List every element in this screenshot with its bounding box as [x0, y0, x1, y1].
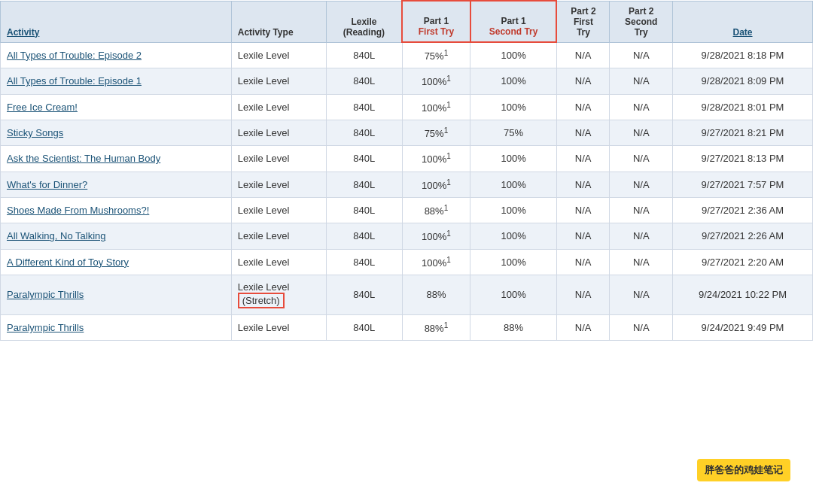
lexile-cell: 840L [326, 249, 402, 275]
date-cell: 9/27/2021 2:20 AM [673, 249, 813, 275]
table-row: Sticky SongsLexile Level840L75%175%N/AN/… [1, 120, 813, 145]
activity-cell[interactable]: Shoes Made From Mushrooms?! [1, 197, 232, 223]
lexile-cell: 840L [326, 275, 402, 314]
activity-link[interactable]: Paralympic Thrills [7, 289, 84, 300]
activity-type-cell: Lexile Level [231, 68, 326, 94]
activity-link[interactable]: Free Ice Cream! [7, 102, 78, 113]
part2-first-cell: N/A [556, 120, 610, 145]
col-header-part2-second: Part 2SecondTry [610, 1, 673, 42]
part2-second-cell: N/A [610, 275, 673, 314]
activity-cell[interactable]: Paralympic Thrills [1, 314, 232, 340]
part2-first-cell: N/A [556, 223, 610, 249]
lexile-cell: 840L [326, 68, 402, 94]
date-cell: 9/24/2021 10:22 PM [673, 275, 813, 314]
activity-link[interactable]: All Walking, No Talking [7, 230, 106, 241]
part2-second-cell: N/A [610, 249, 673, 275]
activity-link[interactable]: Ask the Scientist: The Human Body [7, 153, 160, 164]
col-header-activity[interactable]: Activity [1, 1, 232, 42]
part2-first-cell: N/A [556, 314, 610, 340]
date-cell: 9/28/2021 8:18 PM [673, 42, 813, 68]
col-header-activity-type: Activity Type [231, 1, 326, 42]
part1-second-cell: 100% [470, 146, 557, 172]
date-cell: 9/27/2021 2:26 AM [673, 223, 813, 249]
part2-first-cell: N/A [556, 146, 610, 172]
activity-cell[interactable]: A Different Kind of Toy Story [1, 249, 232, 275]
table-row: All Types of Trouble: Episode 1Lexile Le… [1, 68, 813, 94]
part1-first-cell: 88%1 [402, 314, 470, 340]
lexile-cell: 840L [326, 42, 402, 68]
part2-second-cell: N/A [610, 172, 673, 197]
part2-second-cell: N/A [610, 42, 673, 68]
table-row: Shoes Made From Mushrooms?!Lexile Level8… [1, 197, 813, 223]
table-row: Ask the Scientist: The Human BodyLexile … [1, 146, 813, 172]
activity-cell[interactable]: What's for Dinner? [1, 172, 232, 197]
activity-cell[interactable]: Ask the Scientist: The Human Body [1, 146, 232, 172]
col-header-date[interactable]: Date [673, 1, 813, 42]
part1-first-cell: 100%1 [402, 146, 470, 172]
date-cell: 9/27/2021 2:36 AM [673, 197, 813, 223]
activity-link[interactable]: What's for Dinner? [7, 179, 87, 190]
lexile-cell: 840L [326, 172, 402, 197]
part2-second-cell: N/A [610, 94, 673, 120]
activity-link[interactable]: All Types of Trouble: Episode 2 [7, 50, 142, 61]
part1-first-cell: 100%1 [402, 223, 470, 249]
part2-second-cell: N/A [610, 120, 673, 145]
part2-first-cell: N/A [556, 172, 610, 197]
activity-type-cell: Lexile Level [231, 146, 326, 172]
part1-second-cell: 100% [470, 249, 557, 275]
date-sort-link[interactable]: Date [733, 27, 753, 38]
activity-sort-link[interactable]: Activity [7, 27, 39, 38]
table-row: A Different Kind of Toy StoryLexile Leve… [1, 249, 813, 275]
part1-second-cell: 100% [470, 94, 557, 120]
date-cell: 9/27/2021 8:21 PM [673, 120, 813, 145]
activity-link[interactable]: A Different Kind of Toy Story [7, 257, 129, 268]
activity-cell[interactable]: All Types of Trouble: Episode 1 [1, 68, 232, 94]
activity-cell[interactable]: Sticky Songs [1, 120, 232, 145]
stretch-badge: (Stretch) [238, 293, 285, 308]
table-row: Paralympic ThrillsLexile Level(Stretch)8… [1, 275, 813, 314]
lexile-cell: 840L [326, 94, 402, 120]
table-row: All Walking, No TalkingLexile Level840L1… [1, 223, 813, 249]
table-row: Paralympic ThrillsLexile Level840L88%188… [1, 314, 813, 340]
part1-first-cell: 100%1 [402, 94, 470, 120]
activity-cell[interactable]: All Types of Trouble: Episode 2 [1, 42, 232, 68]
lexile-cell: 840L [326, 146, 402, 172]
part1-first-cell: 100%1 [402, 249, 470, 275]
date-cell: 9/27/2021 8:13 PM [673, 146, 813, 172]
part2-second-cell: N/A [610, 197, 673, 223]
activity-cell[interactable]: All Walking, No Talking [1, 223, 232, 249]
part1-second-cell: 100% [470, 197, 557, 223]
part2-first-cell: N/A [556, 249, 610, 275]
part2-first-cell: N/A [556, 68, 610, 94]
part2-second-cell: N/A [610, 314, 673, 340]
part1-second-cell: 100% [470, 172, 557, 197]
col-header-part1-first: Part 1First Try [402, 1, 470, 42]
activity-link[interactable]: Sticky Songs [7, 127, 63, 138]
col-header-lexile: Lexile(Reading) [326, 1, 402, 42]
activity-type-cell: Lexile Level [231, 172, 326, 197]
part1-first-cell: 75%1 [402, 42, 470, 68]
part2-first-cell: N/A [556, 275, 610, 314]
activity-link[interactable]: All Types of Trouble: Episode 1 [7, 75, 142, 87]
part1-second-cell: 100% [470, 42, 557, 68]
activity-type-cell: Lexile Level [231, 249, 326, 275]
activity-link[interactable]: Paralympic Thrills [7, 322, 84, 333]
col-header-part2-first: Part 2FirstTry [556, 1, 610, 42]
date-cell: 9/24/2021 9:49 PM [673, 314, 813, 340]
table-row: What's for Dinner?Lexile Level840L100%11… [1, 172, 813, 197]
part1-second-cell: 100% [470, 275, 557, 314]
activity-type-cell: Lexile Level [231, 120, 326, 145]
lexile-cell: 840L [326, 197, 402, 223]
activity-cell[interactable]: Paralympic Thrills [1, 275, 232, 314]
activity-link[interactable]: Shoes Made From Mushrooms?! [7, 205, 149, 216]
lexile-cell: 840L [326, 120, 402, 145]
part1-first-cell: 88% [402, 275, 470, 314]
activity-type-cell: Lexile Level [231, 42, 326, 68]
part2-second-cell: N/A [610, 146, 673, 172]
table-header-row: Activity Activity Type Lexile(Reading) P… [1, 1, 813, 42]
part1-second-cell: 88% [470, 314, 557, 340]
part2-first-cell: N/A [556, 94, 610, 120]
activity-cell[interactable]: Free Ice Cream! [1, 94, 232, 120]
table-row: All Types of Trouble: Episode 2Lexile Le… [1, 42, 813, 68]
activity-type-cell: Lexile Level [231, 197, 326, 223]
